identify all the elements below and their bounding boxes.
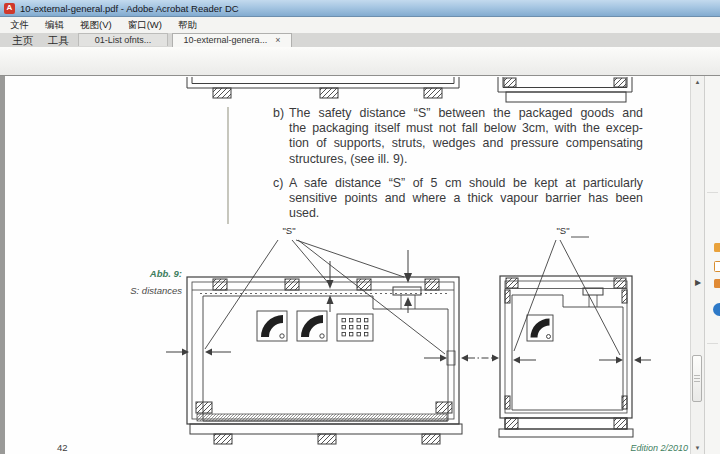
tab-home[interactable]: 主页 <box>8 33 37 47</box>
paragraph-line: tion of supports, struts, wedges and pre… <box>289 136 643 151</box>
menu-view[interactable]: 视图(V) <box>72 19 120 32</box>
document-tab-active[interactable]: 10-external-genera... × <box>172 33 292 47</box>
toolbar: /4 119% ▾ <box>0 47 720 76</box>
paragraph-line: A safe distance “S” of 5 cm should be ke… <box>289 176 643 191</box>
document-page-number: 42 <box>57 442 68 453</box>
menu-file[interactable]: 文件 <box>2 19 37 32</box>
panel-handle-icon[interactable]: ▶ <box>695 279 701 287</box>
menu-edit[interactable]: 编辑 <box>37 19 72 32</box>
window-title: 10-external-general.pdf - Adobe Acrobat … <box>20 3 239 14</box>
figure-caption-title: Abb. 9: <box>118 268 182 279</box>
pdf-logo-icon: A <box>4 3 15 14</box>
s-distance-label-left: "S" <box>272 225 306 236</box>
panel-divider <box>707 192 718 193</box>
menu-window[interactable]: 窗口(W) <box>120 19 170 32</box>
document-tab-inactive[interactable]: 01-List ofnts... <box>78 33 168 46</box>
paragraph-line: the packaging itself must not fall below… <box>289 121 643 136</box>
paragraph-c-label: c) <box>273 176 283 191</box>
figure-caption-subtitle: S: distances <box>118 285 182 296</box>
menu-bar: 文件 编辑 视图(V) 窗口(W) 帮助 <box>0 17 720 33</box>
scroll-down-icon[interactable]: ▼ <box>691 445 704 451</box>
paragraph-line: used. <box>289 206 643 221</box>
paragraph-b-label: b) <box>273 106 284 121</box>
panel-divider <box>707 343 718 344</box>
scroll-up-icon[interactable]: ▲ <box>691 79 704 85</box>
paragraph-c: c) A safe distance “S” of 5 cm should be… <box>289 176 643 222</box>
vertical-scrollbar[interactable]: ▲ ▼ <box>690 76 704 454</box>
document-viewport: b) The safety distance “S” between the p… <box>0 76 720 454</box>
acrobat-reader-window: A 10-external-general.pdf - Adobe Acroba… <box>0 0 720 454</box>
tool-icon-partial[interactable] <box>714 261 720 272</box>
paragraph-line: structures, (see ill. 9). <box>289 152 643 167</box>
paragraph-b: b) The safety distance “S” between the p… <box>289 106 643 167</box>
tab-tools[interactable]: 工具 <box>44 33 73 47</box>
s-distance-label-right: "S" <box>546 225 580 236</box>
scrollbar-thumb[interactable] <box>692 355 702 402</box>
menu-help[interactable]: 帮助 <box>170 19 205 32</box>
edition-label: Edition 2/2010 <box>596 443 688 453</box>
tool-icon-partial[interactable] <box>713 303 720 316</box>
title-bar: A 10-external-general.pdf - Adobe Acroba… <box>0 0 720 17</box>
close-tab-icon[interactable]: × <box>275 36 280 45</box>
paragraph-line: The safety distance “S” between the pack… <box>289 106 643 121</box>
document-tab-label: 10-external-genera... <box>184 34 268 47</box>
paragraph-line: sensitive points and where a thick vapou… <box>289 191 643 206</box>
scrollbar-grip <box>694 375 700 382</box>
tool-icon-partial[interactable] <box>714 279 720 288</box>
tools-panel-collapsed[interactable] <box>704 76 720 454</box>
tool-icon-partial[interactable] <box>714 243 720 252</box>
tab-bar: 主页 工具 01-List ofnts... 10-external-gener… <box>0 33 720 47</box>
